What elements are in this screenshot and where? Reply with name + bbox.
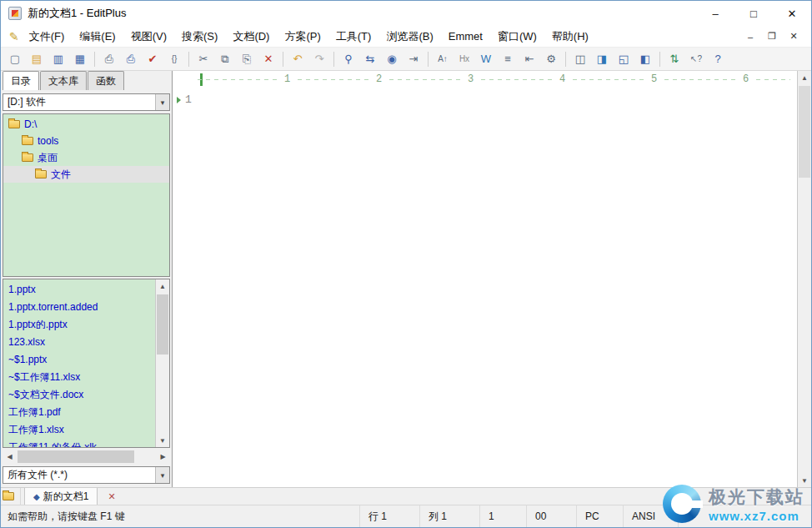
menu-item-2[interactable]: 编辑(E): [72, 26, 123, 48]
directory-sidebar: 目录文本库函数 [D:] 软件 ▾ D:\tools桌面文件 1.pptx1.p…: [1, 71, 173, 487]
redo-icon[interactable]: ↷: [309, 50, 329, 68]
spell-check-icon[interactable]: ✔: [143, 50, 163, 68]
minimize-button[interactable]: –: [696, 1, 734, 26]
file-filter-selector[interactable]: 所有文件 (*.*) ▾: [3, 466, 170, 484]
status-position: 1: [479, 505, 526, 527]
menu-item-6[interactable]: 方案(P): [277, 26, 328, 48]
file-list-hscrollbar-thumb[interactable]: [18, 450, 134, 463]
find-icon[interactable]: ⚲: [338, 50, 358, 68]
scroll-up-icon[interactable]: ▲: [798, 71, 811, 84]
file-item-4[interactable]: 123.xlsx: [3, 334, 154, 351]
file-list-scrollbar-thumb[interactable]: [157, 294, 168, 355]
file-list-hscrollbar[interactable]: ◀ ▶: [3, 450, 170, 464]
sidebar-toggle-button[interactable]: [1, 488, 21, 505]
menu-items: 文件(F)编辑(E)视图(V)搜索(S)文档(D)方案(P)工具(T)浏览器(B…: [22, 26, 596, 48]
menu-item-8[interactable]: 浏览器(B): [378, 26, 440, 48]
open-folder-icon[interactable]: ▤: [27, 50, 47, 68]
menu-item-11[interactable]: 帮助(H): [544, 26, 596, 48]
window-title: 新的文档1 - EditPlus: [28, 6, 126, 21]
ruler-number: 5: [648, 73, 660, 85]
view-in-browser-icon[interactable]: ◱: [614, 50, 634, 68]
mdi-close-button[interactable]: ✕: [783, 28, 804, 45]
goto-line-icon[interactable]: ⇥: [403, 50, 424, 68]
find-in-files-icon[interactable]: ◉: [382, 50, 402, 68]
split-window-icon[interactable]: ◫: [570, 50, 590, 68]
toolbar-separator: [428, 52, 429, 67]
menu-item-4[interactable]: 搜索(S): [174, 26, 225, 48]
file-item-1[interactable]: 1.pptx: [3, 281, 154, 299]
tree-item-label: tools: [38, 135, 58, 147]
editor-scrollbar-thumb[interactable]: [799, 86, 810, 178]
mdi-restore-button[interactable]: ❐: [761, 28, 783, 45]
mdi-minimize-button[interactable]: –: [739, 28, 761, 45]
file-item-2[interactable]: 1.pptx.torrent.added: [3, 299, 154, 316]
browser-window-icon[interactable]: ◨: [592, 50, 612, 68]
chevron-down-icon[interactable]: ▾: [155, 94, 169, 110]
replace-icon[interactable]: ⇆: [360, 50, 380, 68]
scroll-right-icon[interactable]: ▶: [156, 450, 170, 464]
file-item-3[interactable]: 1.pptx的.pptx: [3, 316, 154, 334]
undo-icon[interactable]: ↶: [288, 50, 308, 68]
drive-selector-value: [D:] 软件: [3, 95, 155, 109]
menu-item-5[interactable]: 文档(D): [225, 26, 277, 48]
status-mode: PC: [576, 505, 623, 527]
new-file-icon[interactable]: ▢: [5, 50, 25, 68]
chevron-down-icon[interactable]: ▾: [155, 467, 169, 483]
preferences-icon[interactable]: ⚙: [541, 50, 561, 68]
file-item-8[interactable]: 工作簿1.pdf: [3, 404, 154, 421]
copy-icon[interactable]: ⧉: [215, 50, 235, 68]
tree-item-1[interactable]: D:\: [3, 116, 169, 133]
file-item-6[interactable]: ~$工作簿11.xlsx: [3, 369, 154, 386]
word-wrap-icon[interactable]: W: [476, 50, 496, 68]
tab-close-icon[interactable]: ✕: [108, 491, 115, 502]
close-button[interactable]: ✕: [773, 1, 811, 26]
tab-settings-icon[interactable]: ⇤: [519, 50, 539, 68]
code-format-icon[interactable]: {}: [164, 50, 184, 68]
main-area: 目录文本库函数 [D:] 软件 ▾ D:\tools桌面文件 1.pptx1.p…: [1, 71, 811, 487]
document-pencil-icon: ✎: [9, 30, 19, 43]
save-all-icon[interactable]: ▦: [70, 50, 90, 68]
toggle-panel-icon[interactable]: ◧: [635, 50, 655, 68]
scroll-left-icon[interactable]: ◀: [3, 450, 17, 464]
menu-item-3[interactable]: 视图(V): [123, 26, 174, 48]
cut-icon[interactable]: ✂: [193, 50, 213, 68]
file-list-scrollbar[interactable]: ▲ ▼: [155, 279, 169, 447]
sidebar-tab-3[interactable]: 函数: [88, 71, 124, 90]
file-item-9[interactable]: 工作簿1.xlsx: [3, 421, 154, 439]
menu-item-9[interactable]: Emmet: [441, 27, 490, 46]
editor-pane[interactable]: 123456 1 ▲ ▼: [173, 71, 811, 487]
watermark-site-name: 极光下载站: [709, 485, 804, 509]
scroll-up-icon[interactable]: ▲: [156, 279, 169, 293]
file-item-7[interactable]: ~$文档文件.docx: [3, 386, 154, 404]
editor-scrollbar[interactable]: ▲ ▼: [797, 71, 811, 487]
menu-item-1[interactable]: 文件(F): [22, 26, 73, 48]
file-item-10[interactable]: 工作簿11 的备份.xlk: [3, 439, 154, 448]
tree-item-2[interactable]: tools: [3, 133, 169, 149]
ruler: 123456: [173, 71, 797, 88]
menu-item-7[interactable]: 工具(T): [328, 26, 379, 48]
drive-selector[interactable]: [D:] 软件 ▾: [3, 93, 170, 111]
sidebar-tab-2[interactable]: 文本库: [40, 71, 87, 90]
sync-files-icon[interactable]: ⇅: [664, 50, 684, 68]
print-icon[interactable]: ⎙: [121, 50, 141, 68]
help-icon[interactable]: ?: [708, 50, 728, 68]
line-numbers-icon[interactable]: ≡: [498, 50, 518, 68]
uppercase-icon[interactable]: A↑: [433, 50, 453, 68]
folder-icon: [3, 492, 14, 500]
document-tab[interactable]: ◆ 新的文档1: [24, 488, 98, 505]
maximize-button[interactable]: □: [734, 1, 773, 26]
save-icon[interactable]: ▥: [48, 50, 68, 68]
sidebar-tab-1[interactable]: 目录: [3, 71, 39, 90]
print-preview-icon[interactable]: ⎙: [99, 50, 119, 68]
scroll-down-icon[interactable]: ▼: [156, 434, 169, 447]
toolbar-separator: [659, 52, 660, 67]
tree-item-4[interactable]: 文件: [3, 166, 169, 183]
hex-viewer-icon[interactable]: Hx: [454, 50, 474, 68]
menu-item-10[interactable]: 窗口(W): [490, 26, 544, 48]
tree-item-3[interactable]: 桌面: [3, 149, 169, 166]
context-help-icon[interactable]: ↖?: [686, 50, 706, 68]
delete-icon[interactable]: ✕: [258, 50, 278, 68]
file-item-5[interactable]: ~$1.pptx: [3, 351, 154, 369]
ruler-number: 1: [281, 73, 293, 85]
paste-icon[interactable]: ⎘: [237, 50, 257, 68]
